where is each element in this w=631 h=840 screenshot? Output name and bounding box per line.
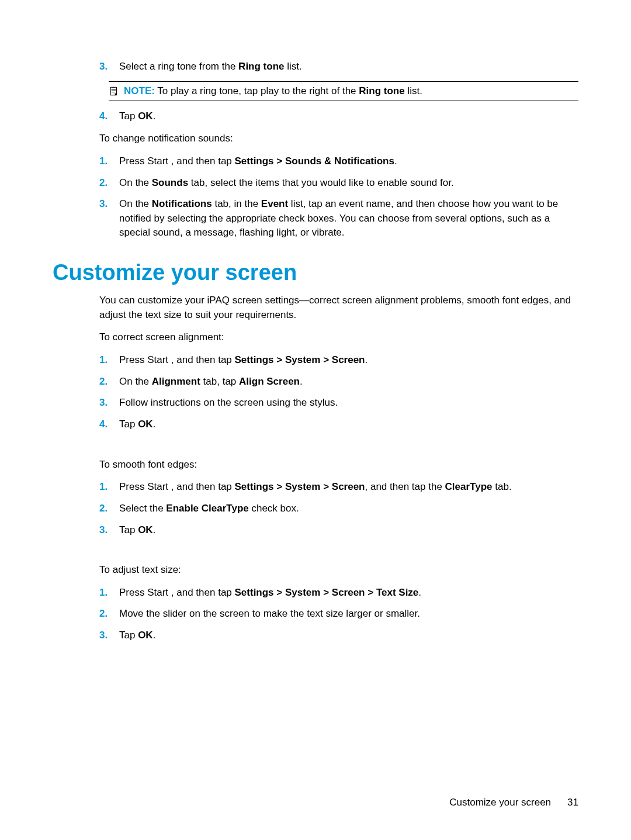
text: . — [300, 376, 303, 387]
bold-text: ClearType — [445, 481, 493, 492]
paragraph: To adjust text size: — [99, 563, 578, 578]
list-item: 2. On the Sounds tab, select the items t… — [99, 176, 578, 191]
note-callout: NOTE: To play a ring tone, tap play to t… — [109, 81, 578, 101]
list-item: 3. Select a ring tone from the Ring tone… — [99, 60, 578, 74]
step-text: Press Start , and then tap Settings > Sy… — [119, 353, 578, 368]
text: , and then tap — [171, 354, 235, 365]
list-item: 2. Select the Enable ClearType check box… — [99, 502, 578, 516]
step-text: Move the slider on the screen to make th… — [119, 607, 578, 621]
spacer — [99, 439, 578, 450]
text: Press Start — [119, 155, 171, 167]
bold-text: Settings > System > Screen > Text Size — [235, 587, 419, 598]
ringtone-steps: 3. Select a ring tone from the Ring tone… — [99, 60, 578, 74]
page: 3. Select a ring tone from the Ring tone… — [0, 0, 631, 840]
page-footer: Customize your screen 31 — [449, 797, 578, 808]
step-text: Select the Enable ClearType check box. — [119, 502, 578, 516]
text: , and then tap — [171, 587, 235, 598]
text: On the — [119, 376, 152, 387]
text: , and then tap — [171, 481, 235, 492]
text: to the right of the — [282, 85, 359, 96]
bold-text: Ring tone — [238, 61, 284, 72]
footer-title: Customize your screen — [449, 797, 551, 808]
page-number: 31 — [567, 797, 578, 808]
step-number: 2. — [99, 375, 119, 389]
note-label: NOTE: — [124, 85, 155, 96]
bold-text: Settings > System > Screen — [235, 354, 365, 365]
step-text: Follow instructions on the screen using … — [119, 396, 578, 410]
list-item: 4. Tap OK. — [99, 109, 578, 124]
text: On the — [119, 177, 152, 188]
bold-text: Alignment — [152, 376, 200, 387]
text: list. — [405, 85, 422, 96]
step-text: Tap OK. — [119, 109, 578, 124]
text: Tap — [119, 419, 138, 430]
section-heading: Customize your screen — [53, 260, 578, 285]
text: , and then tap the — [365, 481, 445, 492]
ringtone-steps-cont: 4. Tap OK. — [99, 109, 578, 124]
list-item: 4. Tap OK. — [99, 417, 578, 432]
content-block: 3. Select a ring tone from the Ring tone… — [99, 60, 578, 643]
list-item: 3. On the Notifications tab, in the Even… — [99, 197, 578, 240]
text: Tap — [119, 110, 138, 122]
notification-steps: 1. Press Start , and then tap Settings >… — [99, 154, 578, 240]
step-number: 3. — [99, 523, 119, 538]
text: Press Start — [119, 587, 171, 598]
note-content: NOTE: To play a ring tone, tap play to t… — [124, 85, 422, 97]
text: Tap — [119, 524, 138, 535]
text: . — [153, 419, 156, 430]
text: list. — [285, 61, 302, 72]
step-text: Press Start , and then tap Settings > So… — [119, 154, 578, 169]
text: tab. — [493, 481, 512, 492]
step-number: 1. — [99, 154, 119, 169]
textsize-steps: 1. Press Start , and then tap Settings >… — [99, 586, 578, 643]
step-number: 1. — [99, 586, 119, 600]
paragraph: You can customize your iPAQ screen setti… — [99, 293, 578, 322]
step-number: 3. — [99, 396, 119, 410]
list-item: 3. Tap OK. — [99, 628, 578, 643]
bold-text: Ring tone — [359, 85, 404, 96]
step-number: 1. — [99, 480, 119, 495]
list-item: 2. Move the slider on the screen to make… — [99, 607, 578, 621]
cleartype-steps: 1. Press Start , and then tap Settings >… — [99, 480, 578, 537]
step-number: 3. — [99, 197, 119, 240]
text: To play a ring tone, tap play — [157, 85, 282, 96]
list-item: 1. Press Start , and then tap Settings >… — [99, 154, 578, 169]
bold-text: OK — [138, 630, 153, 641]
bold-text: Settings > System > Screen — [235, 481, 365, 492]
text: tab, select the items that you would lik… — [188, 177, 454, 188]
bold-text: OK — [138, 419, 153, 430]
step-number: 2. — [99, 502, 119, 516]
text: . — [153, 110, 156, 122]
text: Tap — [119, 630, 138, 641]
bold-text: Sounds — [152, 177, 188, 188]
list-item: 1. Press Start , and then tap Settings >… — [99, 586, 578, 600]
step-text: Press Start , and then tap Settings > Sy… — [119, 586, 578, 600]
paragraph: To correct screen alignment: — [99, 330, 578, 345]
text: On the — [119, 198, 152, 209]
text: tab, tap — [200, 376, 239, 387]
text: . — [418, 587, 421, 598]
bold-text: Enable ClearType — [166, 503, 248, 514]
bold-text: OK — [138, 524, 153, 535]
step-number: 2. — [99, 176, 119, 191]
step-text: Press Start , and then tap Settings > Sy… — [119, 480, 578, 495]
text: . — [365, 354, 368, 365]
step-number: 3. — [99, 628, 119, 643]
text: . — [153, 630, 156, 641]
step-text: Tap OK. — [119, 523, 578, 538]
text: . — [394, 155, 397, 167]
text: . — [153, 524, 156, 535]
alignment-steps: 1. Press Start , and then tap Settings >… — [99, 353, 578, 432]
text: , and then tap — [171, 155, 235, 167]
step-number: 3. — [99, 60, 119, 74]
list-item: 2. On the Alignment tab, tap Align Scree… — [99, 375, 578, 389]
step-text: On the Alignment tab, tap Align Screen. — [119, 375, 578, 389]
list-item: 3. Tap OK. — [99, 523, 578, 538]
step-text: On the Notifications tab, in the Event l… — [119, 197, 578, 240]
text: check box. — [249, 503, 299, 514]
step-number: 4. — [99, 109, 119, 124]
step-text: Select a ring tone from the Ring tone li… — [119, 60, 578, 74]
bold-text: Align Screen — [239, 376, 300, 387]
step-number: 4. — [99, 417, 119, 432]
bold-text: OK — [138, 110, 153, 122]
